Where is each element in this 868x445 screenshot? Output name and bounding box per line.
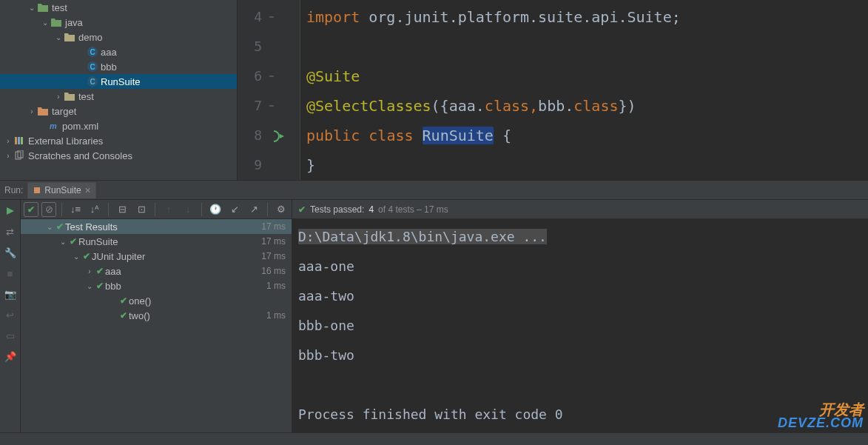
pass-icon: ✔	[96, 281, 104, 291]
pass-icon: ✔	[56, 221, 64, 232]
java-icon	[33, 186, 41, 195]
test-status-bar: ✔ Tests passed: 4 of 4 tests – 17 ms	[292, 200, 868, 219]
tree-label: target	[52, 106, 76, 117]
import-button[interactable]: ↙	[226, 201, 243, 218]
prev-button[interactable]: ↑	[161, 201, 177, 218]
chevron-right-icon: ›	[3, 152, 13, 160]
annotation-suite: @Suite	[306, 67, 360, 85]
test-result-row[interactable]: ›✔ aaa16 ms	[21, 264, 292, 278]
svg-rect-0	[15, 137, 17, 144]
tree-folder-test[interactable]: ⌄test	[0, 0, 237, 15]
class-icon: C	[87, 61, 98, 72]
result-label: two()	[129, 310, 150, 321]
tree-folder-target[interactable]: ›target	[0, 104, 237, 118]
show-passed-button[interactable]: ✔	[24, 202, 38, 217]
chevron-icon: ⌄	[27, 4, 37, 12]
annotation-selectclasses: @SelectClasses	[306, 97, 431, 115]
tree-label: demo	[78, 32, 103, 43]
status-count: 4	[369, 204, 374, 215]
run-tab[interactable]: RunSuite ✕	[27, 182, 95, 198]
expand-button[interactable]: ⊟	[114, 201, 130, 218]
history-button[interactable]: 🕐	[207, 201, 223, 218]
tree-folder-test2[interactable]: ›test	[0, 89, 237, 104]
results-toolbar: ✔ ⊘ ↓≡ ↓ᴬ ⊟ ⊡ ↑ ↓ 🕐 ↙ ↗ ⚙	[21, 200, 292, 219]
chevron-icon: ⌄	[53, 33, 64, 41]
chevron-icon: ›	[84, 267, 95, 275]
result-label: one()	[129, 295, 151, 307]
result-label: aaa	[105, 266, 121, 277]
test-result-row[interactable]: ✔ one()	[21, 293, 292, 308]
status-bar	[0, 432, 868, 445]
test-result-row[interactable]: ⌄✔ RunSuite17 ms	[21, 234, 292, 249]
close-icon[interactable]: ✕	[84, 186, 91, 195]
tree-label: RunSuite	[101, 76, 140, 87]
export-results-button[interactable]: ↗	[246, 201, 262, 218]
run-marker-icon[interactable]	[272, 130, 286, 143]
sort-button[interactable]: ↓≡	[67, 201, 84, 218]
svg-rect-1	[18, 137, 20, 144]
wrench-button[interactable]: 🔧	[4, 246, 17, 259]
settings-button[interactable]: ⚙	[273, 201, 289, 218]
tree-scratches[interactable]: › Scratches and Consoles	[0, 148, 237, 163]
folder-icon	[64, 31, 75, 43]
tree-folder-java[interactable]: ⌄java	[0, 15, 237, 30]
output-line: aaa-two	[298, 281, 862, 311]
collapse-button[interactable]: ⊡	[133, 201, 149, 218]
show-ignored-button[interactable]: ⊘	[41, 202, 56, 217]
console-output[interactable]: D:\Data\jdk1.8\bin\java.exe ... aaa-onea…	[292, 219, 868, 432]
test-result-row[interactable]: ✔ two()1 ms	[21, 308, 292, 323]
export-button[interactable]: ↩	[4, 308, 17, 321]
command-line: D:\Data\jdk1.8\bin\java.exe ...	[298, 229, 547, 244]
test-result-row[interactable]: ⌄✔ JUnit Jupiter17 ms	[21, 249, 292, 264]
rerun-button[interactable]	[4, 204, 17, 218]
folder-icon	[64, 90, 75, 102]
layout-button[interactable]: ▭	[4, 329, 17, 342]
toggle-button[interactable]: ⇄	[4, 225, 17, 238]
output-line: Process finished with exit code 0	[298, 400, 862, 429]
chevron-right-icon: ›	[3, 137, 13, 145]
sort-alpha-button[interactable]: ↓ᴬ	[87, 201, 103, 218]
chevron-icon: ⌄	[84, 282, 95, 290]
stop-button[interactable]: ■	[4, 267, 17, 280]
tree-label: bbb	[101, 61, 117, 73]
tree-external-libs[interactable]: › External Libraries	[0, 133, 237, 148]
result-time: 1 ms	[266, 310, 286, 321]
tree-class-aaa[interactable]: Caaa	[0, 44, 237, 59]
run-tab-label: RunSuite	[44, 185, 81, 195]
kw-import: import	[306, 8, 360, 26]
tree-label: aaa	[101, 47, 117, 58]
output-line: aaa-one	[298, 252, 862, 281]
tree-label: External Libraries	[28, 135, 103, 147]
result-time: 16 ms	[261, 266, 286, 276]
tree-file-pom[interactable]: mpom.xml	[0, 118, 237, 133]
tree-folder-demo[interactable]: ⌄demo	[0, 30, 237, 44]
output-line: bbb-two	[298, 341, 862, 370]
chevron-icon: ›	[27, 107, 37, 116]
pass-icon: ✔	[120, 310, 127, 321]
tree-class-runsuite[interactable]: CRunSuite	[0, 74, 237, 89]
pin-button[interactable]: 📌	[4, 349, 17, 363]
folder-icon	[50, 16, 62, 28]
pass-icon: ✔	[120, 295, 127, 306]
tree-class-bbb[interactable]: Cbbb	[0, 59, 237, 74]
tree-label: java	[65, 17, 83, 28]
console-panel: ✔ Tests passed: 4 of 4 tests – 17 ms D:\…	[292, 200, 868, 432]
test-result-row[interactable]: ⌄✔ bbb1 ms	[21, 278, 292, 293]
test-result-row[interactable]: ⌄✔ Test Results17 ms	[21, 219, 292, 234]
svg-rect-2	[21, 137, 23, 144]
result-label: RunSuite	[78, 236, 118, 247]
line-gutter: 456789	[238, 0, 269, 180]
camera-button[interactable]: 📷	[4, 287, 17, 301]
pass-icon: ✔	[70, 236, 77, 247]
code-content[interactable]: import org.junit.platform.suite.api.Suit…	[300, 0, 868, 180]
next-button[interactable]: ↓	[180, 201, 196, 218]
run-sidebar: ⇄ 🔧 ■ 📷 ↩ ▭ 📌	[0, 200, 21, 432]
libraries-icon	[13, 135, 25, 147]
tree-label: pom.xml	[62, 121, 98, 132]
folder-icon	[37, 1, 49, 13]
output-line	[298, 370, 862, 400]
project-tree: ⌄test⌄java⌄demoCaaaCbbbCRunSuite›test›ta…	[0, 0, 238, 180]
code-editor[interactable]: 456789 import org.junit.platform.suite.a…	[238, 0, 868, 180]
run-tool-header: Run: RunSuite ✕	[0, 181, 868, 200]
result-label: bbb	[105, 281, 121, 292]
